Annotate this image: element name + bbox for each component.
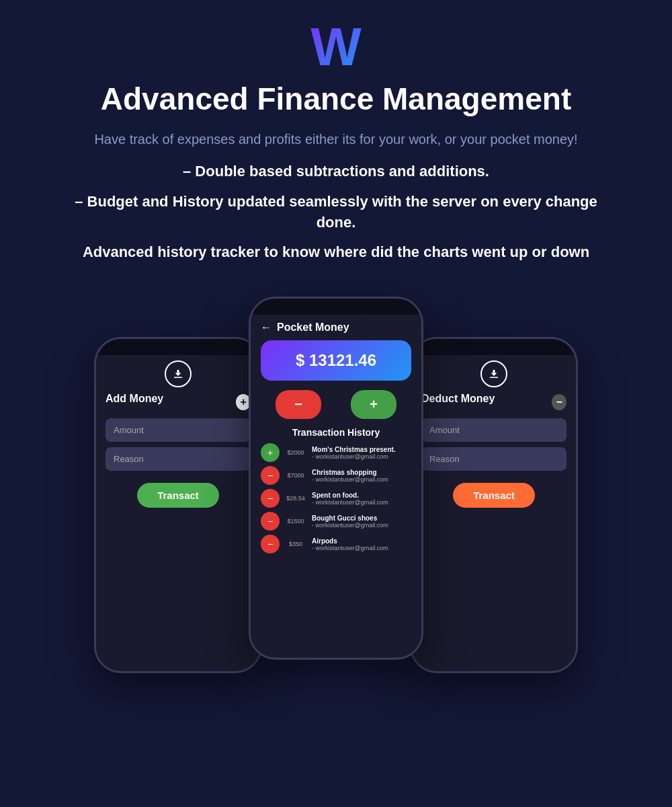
- tx-amount-1: $2000: [285, 449, 306, 456]
- deduct-reason-placeholder: Reason: [429, 454, 460, 464]
- transaction-history-title: Transaction History: [292, 427, 380, 438]
- phone-notch-left: [151, 344, 205, 355]
- add-amount-placeholder: Amount: [114, 425, 144, 435]
- add-money-title: Add Money: [106, 393, 236, 405]
- tx-icon-deduct-3: −: [261, 489, 280, 508]
- phone-deduct-money: Deduct Money − Amount Reason Transact: [410, 337, 578, 673]
- phone-add-money: Add Money + Amount Reason Transact: [94, 337, 262, 673]
- add-money-header: Add Money +: [106, 393, 251, 412]
- phone-notch-right: [467, 344, 521, 355]
- tx-desc-1: Mom's Christmas present.: [312, 446, 396, 453]
- deduct-money-header: Deduct Money −: [421, 393, 566, 412]
- tx-amount-5: $350: [285, 541, 306, 547]
- tx-user-2: - workistantuser@gmail.com: [312, 476, 388, 483]
- transaction-item-1: + $2000 Mom's Christmas present. - worki…: [261, 443, 411, 462]
- deduct-money-title: Deduct Money: [421, 393, 552, 405]
- tx-user-3: - workistantuser@gmail.com: [312, 499, 388, 506]
- deduct-money-button[interactable]: −: [552, 394, 566, 410]
- tx-icon-deduct-2: −: [261, 466, 280, 485]
- tx-desc-4: Bought Gucci shoes: [312, 514, 388, 522]
- deduct-amount-field[interactable]: Amount: [421, 418, 566, 442]
- transaction-item-3: − $28.54 Spent on food. - workistantuser…: [261, 489, 411, 508]
- subtitle-text: Have track of expenses and profits eithe…: [94, 129, 577, 149]
- add-reason-placeholder: Reason: [114, 454, 144, 464]
- tx-info-1: Mom's Christmas present. - workistantuse…: [312, 446, 396, 460]
- deduct-amount-placeholder: Amount: [429, 425, 460, 435]
- tx-desc-5: Airpods: [312, 537, 388, 545]
- pocket-money-header: ← Pocket Money: [261, 321, 411, 334]
- tx-info-4: Bought Gucci shoes - workistantuser@gmai…: [312, 514, 388, 529]
- tx-amount-2: $7000: [285, 472, 306, 479]
- transaction-item-5: − $350 Airpods - workistantuser@gmail.co…: [261, 535, 411, 553]
- plus-icon: +: [370, 397, 378, 412]
- transaction-item-2: − $7000 Christmas shopping - workistantu…: [261, 466, 411, 485]
- feature-3-text: Advanced history tracker to know where d…: [83, 242, 589, 263]
- pocket-money-title: Pocket Money: [277, 321, 349, 334]
- add-amount-field[interactable]: Amount: [106, 418, 251, 442]
- deduct-button[interactable]: −: [276, 390, 321, 419]
- feature-1-text: – Double based subtractions and addition…: [183, 161, 489, 182]
- add-button[interactable]: +: [351, 390, 396, 419]
- transaction-item-4: − $1500 Bought Gucci shoes - workistantu…: [261, 512, 411, 531]
- download-icon-right: [480, 360, 507, 387]
- phone-center-screen: ← Pocket Money $ 13121.46 − + Transactio…: [251, 315, 421, 654]
- deduct-transact-button[interactable]: Transact: [453, 483, 535, 508]
- feature-2-text: – Budget and History updated seamlessly …: [60, 192, 612, 233]
- add-transact-button[interactable]: Transact: [137, 483, 219, 508]
- phone-top-bar-center: [251, 299, 421, 315]
- back-arrow[interactable]: ←: [261, 321, 271, 334]
- tx-info-2: Christmas shopping - workistantuser@gmai…: [312, 469, 388, 483]
- tx-amount-3: $28.54: [285, 495, 306, 502]
- tx-user-5: - workistantuser@gmail.com: [312, 545, 388, 551]
- tx-info-5: Airpods - workistantuser@gmail.com: [312, 537, 388, 551]
- deduct-reason-field[interactable]: Reason: [421, 447, 566, 471]
- phone-left-screen: Add Money + Amount Reason Transact: [96, 355, 260, 667]
- tx-icon-deduct-4: −: [261, 512, 280, 531]
- phone-notch-center: [309, 304, 363, 315]
- app-logo: W: [310, 20, 362, 74]
- phone-top-bar-left: [96, 339, 260, 355]
- tx-info-3: Spent on food. - workistantuser@gmail.co…: [312, 492, 388, 506]
- tx-user-1: - workistantuser@gmail.com: [312, 453, 396, 460]
- balance-card: $ 13121.46: [261, 340, 411, 381]
- phone-top-bar-right: [412, 339, 576, 355]
- minus-icon: −: [294, 397, 302, 412]
- tx-desc-3: Spent on food.: [312, 492, 388, 499]
- action-buttons-row: − +: [261, 390, 411, 419]
- phone-right-screen: Deduct Money − Amount Reason Transact: [412, 355, 576, 667]
- tx-icon-deduct-5: −: [261, 535, 280, 553]
- tx-desc-2: Christmas shopping: [312, 469, 388, 476]
- download-icon: [165, 360, 192, 387]
- tx-icon-add-1: +: [261, 443, 280, 462]
- add-reason-field[interactable]: Reason: [106, 447, 251, 471]
- phone-pocket-money: ← Pocket Money $ 13121.46 − + Transactio…: [249, 297, 423, 660]
- tx-user-4: - workistantuser@gmail.com: [312, 522, 388, 529]
- phones-section: Add Money + Amount Reason Transact ← Poc…: [13, 297, 659, 673]
- tx-amount-4: $1500: [285, 518, 306, 525]
- balance-amount: $ 13121.46: [296, 351, 376, 369]
- main-title: Advanced Finance Management: [101, 81, 571, 117]
